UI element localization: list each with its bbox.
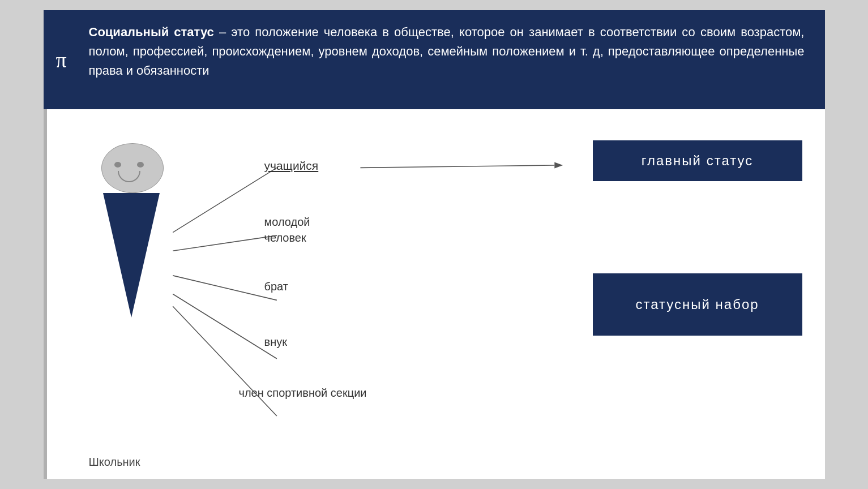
statusny-nabor-text: статусный набор [635, 297, 759, 312]
slide: π Социальный статус – это положение чело… [44, 10, 825, 479]
label-member: член спортивной секции [239, 387, 367, 400]
svg-line-1 [173, 235, 277, 251]
definition-text: Социальный статус – это положение челове… [89, 25, 805, 78]
person-body [103, 193, 160, 318]
glavny-status-text: главный статус [642, 153, 753, 169]
label-uchashiysya: учащийся [264, 159, 319, 173]
label-molodoy: молодойчеловек [264, 214, 310, 246]
statusny-nabor-box: статусный набор [593, 273, 802, 336]
person-figure [95, 143, 160, 318]
smile [118, 171, 140, 182]
eye-right [137, 162, 144, 168]
svg-line-2 [173, 276, 277, 301]
glavny-status-box: главный статус [593, 140, 802, 181]
schoolnik-label: Школьник [89, 456, 140, 469]
main-content: учащийся молодойчеловек брат внук член с… [44, 109, 825, 479]
svg-line-5 [360, 165, 554, 168]
eye-left [114, 162, 121, 168]
label-brat: брат [264, 280, 288, 293]
definition-box: π Социальный статус – это положение чело… [44, 10, 825, 109]
svg-line-3 [173, 294, 277, 359]
svg-marker-6 [554, 162, 563, 169]
svg-line-0 [173, 168, 277, 232]
pi-symbol: π [56, 43, 67, 76]
person-head [101, 143, 164, 193]
label-vnuk: внук [264, 336, 287, 349]
